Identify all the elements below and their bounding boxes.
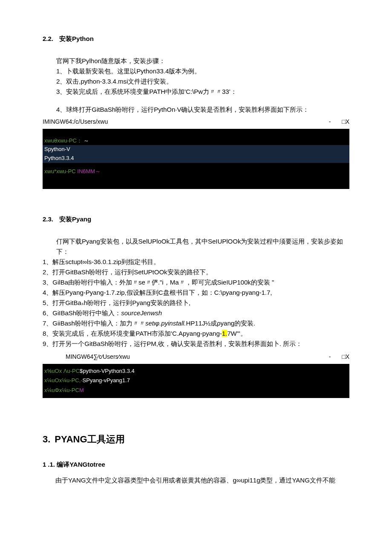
- terminal-cmd-output: $python-VPython3.3.4: [80, 368, 135, 374]
- section-3-1-heading: 1.1. 编译YANGtotree: [43, 460, 349, 470]
- step-2: 2、打开GitBaSh吩咐行，运行到SetUPtOOk安装的路径下。: [43, 267, 349, 277]
- minimize-icon: -: [329, 353, 331, 360]
- step-8: 8、安装完成后，在系统环境变量PATH市添加'C.Apyang-pyang-1.…: [43, 328, 349, 339]
- section-number: 2.3.: [43, 215, 53, 223]
- terminal-body: x⅝uOx Λu-PC$python-VPython3.3.4 x¼uOx¼u-…: [43, 364, 349, 398]
- step-7: 7、GiiBash吩咐行中输入：加力〃〃setιφ.pyinstall.HP11…: [43, 318, 349, 328]
- terminal-title-text: MINGW64∑⁄c⁄Users⁄xwu: [66, 352, 130, 361]
- terminal-line-3: x¼uΦx¼u-PCM: [43, 386, 349, 395]
- section-2-3-intro: 仃网下载Pyang安装包，以及SelUPloOk工具包，其中SeIUPlOOk为…: [56, 236, 349, 257]
- terminal-path: M: [79, 387, 84, 393]
- terminal-user-host: x⅝uOx Λu-PC: [44, 368, 80, 374]
- section-2-2-heading: 2.2.安装Python: [43, 34, 349, 44]
- step-9: 9、打开另一个GitBaSh吩咐行，运行PM,收，确认安装是否胜利，安装胜利界面…: [43, 339, 349, 349]
- section-2-2-body: 官网下我Pylhon随意版本，安装步骤： 1、卜载最新安装包。这里以Python…: [56, 56, 349, 115]
- terminal-user-host: xwuθxwu-PC：: [44, 137, 82, 144]
- section-title: 安装Pyang: [59, 215, 91, 223]
- terminal-cmd: Spython-V: [44, 146, 70, 152]
- step-3: 3、GilBa由吩咐行中输入：外加〃se〃俨."i，Ma〃，即可完成SieIUP…: [43, 277, 349, 288]
- intro-text: 官网下我Pylhon随意版本，安装步骤：: [56, 56, 349, 66]
- section-title: .1. 编译YANGtotree: [48, 461, 105, 468]
- terminal-user-host: x¼uOx¼u-PC,-: [44, 377, 83, 384]
- terminal-window-2: MINGW64∑⁄c⁄Users⁄xwu - □X x⅝uOx Λu-PC$py…: [43, 352, 349, 398]
- step-4: 4、解压Pyang-Pyang-1.7.zip,假设解压到C盘根书目下，如：C:…: [43, 288, 349, 298]
- terminal-blank: [43, 163, 349, 167]
- section-3-1-paragraph: 由于YANG文件中定义容器类型中会引用或者嵌黄其他的容器、g∞upi11g类型，…: [43, 476, 349, 485]
- terminal-titlebar: IMINGW64:/c/Users/xwu - □X: [43, 116, 349, 129]
- terminal-output: Python3.3.4: [44, 155, 74, 161]
- command-text: setιφ.pyinstall.: [145, 320, 186, 327]
- command-text: sourceJenwsh: [121, 309, 162, 317]
- terminal-tilde: ～: [84, 137, 89, 144]
- terminal-blank: [43, 131, 349, 137]
- terminal-cmd-output: SPyang-vPyang1.7: [83, 377, 130, 384]
- highlighted-text: 1.: [222, 330, 228, 337]
- section-2-3-steps: 1、解压sctupt∞ls-36.0.1.zip到指定书目。 2、打开GitBa…: [43, 257, 349, 349]
- terminal-line-output: Python3.3.4: [43, 154, 349, 163]
- terminal-line-1: x⅝uOx Λu-PC$python-VPython3.3.4: [43, 366, 349, 376]
- window-controls: - □X: [320, 117, 349, 126]
- terminal-window-1: IMINGW64:/c/Users/xwu - □X xwuθxwu-PC： ～…: [43, 116, 349, 189]
- terminal-user-host: xwu*xwu-PC: [44, 168, 76, 174]
- window-controls: - □X: [320, 352, 349, 361]
- chapter-title: PYANG工具运用: [55, 434, 124, 445]
- terminal-title-text: IMINGW64:/c/Users/xwu: [43, 117, 108, 126]
- close-icon: □X: [342, 353, 349, 360]
- chapter-3-heading: 3.PYANG工具运用: [43, 432, 349, 446]
- chapter-number: 3.: [43, 434, 50, 445]
- intro-text: 仃网下载Pyang安装包，以及SelUPloOk工具包，其中SeIUPlOOk为…: [56, 236, 349, 257]
- terminal-line-2: x¼uOx¼u-PC,-SPyang-vPyang1.7: [43, 376, 349, 386]
- terminal-line-prompt: xwuθxwu-PC： ～: [43, 137, 349, 145]
- blank-line: [56, 97, 349, 105]
- section-number: 2.2.: [43, 35, 53, 42]
- step-3: 3、安装完成后，在系统环境变量PATH中添加'C:\Pw力〃〃33'：: [56, 87, 349, 97]
- terminal-body: xwuθxwu-PC： ～ Spython-V Python3.3.4 xwu*…: [43, 129, 349, 189]
- minimize-icon: -: [329, 118, 331, 125]
- terminal-path: IN6MM～: [77, 168, 101, 174]
- section-number: 1: [43, 461, 46, 468]
- terminal-blank: [43, 176, 349, 186]
- section-title: 安装Python: [59, 35, 94, 42]
- step-2: 2、双击,python-3.3.4.msi文件进行安装。: [56, 76, 349, 87]
- step-1: 1、卜载最新安装包。这里以Python33.4版本为例。: [56, 66, 349, 76]
- step-1: 1、解压sctupt∞ls-36.0.1.zip到指定书目。: [43, 257, 349, 267]
- terminal-user-host: x¼uΦx¼u-PC: [44, 387, 79, 393]
- terminal-titlebar: MINGW64∑⁄c⁄Users⁄xwu - □X: [43, 352, 349, 364]
- step-5: 5、打开GitBaₛh吩咐行，运行到Pyang安装的路径卜,: [43, 298, 349, 308]
- step-4: 4、球终打开GitBaSh吩咐行，运行PythOn·V确认安装是否胜利，安装胜利…: [56, 105, 349, 115]
- terminal-line-prompt2: xwu*xwu-PC IN6MM～: [43, 167, 349, 176]
- section-2-3-heading: 2.3.安装Pyang: [43, 215, 349, 224]
- terminal-line-command: Spython-V: [43, 145, 349, 154]
- step-6: 6、GiIBaSh吩咐行中输入：sourceJenwsh: [43, 308, 349, 318]
- close-icon: □X: [342, 118, 349, 125]
